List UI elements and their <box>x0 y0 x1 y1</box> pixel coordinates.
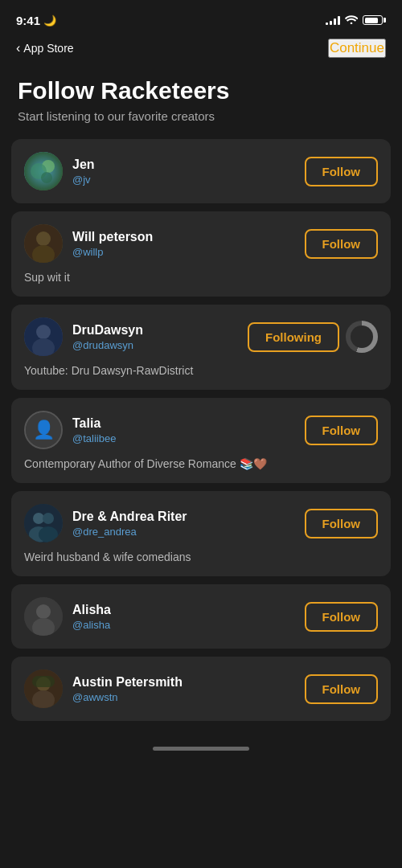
user-text-austin: Austin Petersmith @awwstn <box>72 675 183 703</box>
signal-icon <box>326 15 340 25</box>
user-text-talia: Talia @taliibee <box>72 416 116 444</box>
page-header: Follow Racketeers Start listening to our… <box>0 64 402 139</box>
user-info-austin: Austin Petersmith @awwstn <box>24 669 305 708</box>
follow-button-alisha[interactable]: Follow <box>305 602 379 632</box>
user-info-talia: 👤 Talia @taliibee <box>24 411 305 449</box>
svg-point-16 <box>39 526 58 542</box>
status-icons <box>326 14 386 27</box>
user-info-dru: DruDawsyn @drudawsyn <box>24 317 248 356</box>
follow-button-austin[interactable]: Follow <box>305 674 379 704</box>
user-top-row-dru: DruDawsyn @drudawsyn Following <box>24 317 378 356</box>
user-info-alisha: Alisha @alisha <box>24 597 305 636</box>
svg-point-3 <box>41 172 52 183</box>
avatar-alisha <box>24 597 63 636</box>
user-name-will: Will peterson <box>72 230 153 244</box>
user-card-talia: 👤 Talia @taliibee Follow Contemporary Au… <box>11 398 391 483</box>
user-card-dre: Dre & Andrea Riter @dre_andrea Follow We… <box>11 491 391 576</box>
user-card-dru: DruDawsyn @drudawsyn Following Youtube: … <box>11 305 391 390</box>
user-handle-talia: @taliibee <box>72 432 116 444</box>
user-text-dre: Dre & Andrea Riter @dre_andrea <box>72 510 187 538</box>
page-title: Follow Racketeers <box>18 77 384 104</box>
status-bar: 9:41 🌙 <box>0 0 402 35</box>
avatar-austin <box>24 669 63 708</box>
user-bio-dru: Youtube: Dru Dawsyn-RawDistrict <box>24 364 378 377</box>
user-name-dre: Dre & Andrea Riter <box>72 510 187 524</box>
avatar-dre <box>24 504 63 542</box>
user-info-jen: Jen @jv <box>24 152 305 190</box>
user-bio-will: Sup wit it <box>24 271 378 284</box>
user-text-dru: DruDawsyn @drudawsyn <box>72 323 143 351</box>
continue-button[interactable]: Continue <box>328 39 386 58</box>
follow-button-dre[interactable]: Follow <box>305 509 379 538</box>
user-text-will: Will peterson @willp <box>72 230 153 258</box>
user-card-alisha: Alisha @alisha Follow <box>11 584 391 649</box>
battery-icon <box>363 15 386 25</box>
svg-text:👤: 👤 <box>33 419 55 440</box>
user-handle-alisha: @alisha <box>72 619 111 631</box>
nav-bar: ‹ App Store Continue <box>0 35 402 64</box>
moon-icon: 🌙 <box>43 14 56 27</box>
user-name-alisha: Alisha <box>72 603 111 617</box>
user-top-row-dre: Dre & Andrea Riter @dre_andrea Follow <box>24 504 378 542</box>
user-handle-jen: @jv <box>72 174 95 186</box>
user-handle-dru: @drudawsyn <box>72 339 143 351</box>
user-text-jen: Jen @jv <box>72 158 95 186</box>
user-handle-austin: @awwstn <box>72 691 183 703</box>
user-name-austin: Austin Petersmith <box>72 675 183 690</box>
back-chevron-icon: ‹ <box>16 41 20 55</box>
user-name-talia: Talia <box>72 416 116 431</box>
user-bio-dre: Weird husband & wife comedians <box>24 551 378 563</box>
avatar-will <box>24 224 63 263</box>
user-info-dre: Dre & Andrea Riter @dre_andrea <box>24 504 305 542</box>
user-name-dru: DruDawsyn <box>72 323 143 338</box>
follow-button-jen[interactable]: Follow <box>305 157 379 186</box>
svg-point-5 <box>36 231 51 246</box>
loading-indicator <box>346 321 378 353</box>
user-card-will: Will peterson @willp Follow Sup wit it <box>11 211 391 297</box>
user-handle-will: @willp <box>72 246 153 258</box>
user-card-austin: Austin Petersmith @awwstn Follow <box>11 657 391 721</box>
user-top-row-austin: Austin Petersmith @awwstn Follow <box>24 669 378 708</box>
back-button[interactable]: ‹ App Store <box>16 41 74 55</box>
back-label: App Store <box>23 42 73 55</box>
wifi-icon <box>345 14 358 27</box>
follow-button-will[interactable]: Follow <box>305 229 379 259</box>
follow-button-talia[interactable]: Follow <box>305 416 379 445</box>
user-name-jen: Jen <box>72 158 95 172</box>
user-handle-dre: @dre_andrea <box>72 526 187 538</box>
avatar-jen <box>24 152 63 190</box>
user-top-row-will: Will peterson @willp Follow <box>24 224 378 263</box>
home-bar <box>153 747 249 751</box>
user-top-row-talia: 👤 Talia @taliibee Follow <box>24 411 378 449</box>
status-time: 9:41 🌙 <box>16 14 56 27</box>
svg-point-8 <box>36 325 51 339</box>
svg-point-18 <box>36 604 51 619</box>
user-top-row-jen: Jen @jv Follow <box>24 152 378 190</box>
home-indicator <box>0 734 402 759</box>
user-bio-talia: Contemporary Author of Diverse Romance 📚… <box>24 457 378 470</box>
page-subtitle: Start listening to our favorite creators <box>18 109 384 123</box>
svg-rect-22 <box>32 676 55 687</box>
follow-button-dru[interactable]: Following <box>248 322 339 352</box>
user-text-alisha: Alisha @alisha <box>72 603 111 631</box>
avatar-talia: 👤 <box>24 411 63 449</box>
svg-point-13 <box>33 513 44 524</box>
user-top-row-alisha: Alisha @alisha Follow <box>24 597 378 636</box>
user-info-will: Will peterson @willp <box>24 224 305 263</box>
avatar-dru <box>24 317 63 356</box>
svg-point-14 <box>43 513 54 524</box>
user-card-jen: Jen @jv Follow <box>11 139 391 203</box>
user-list: Jen @jv Follow Will peterson <box>0 139 402 721</box>
